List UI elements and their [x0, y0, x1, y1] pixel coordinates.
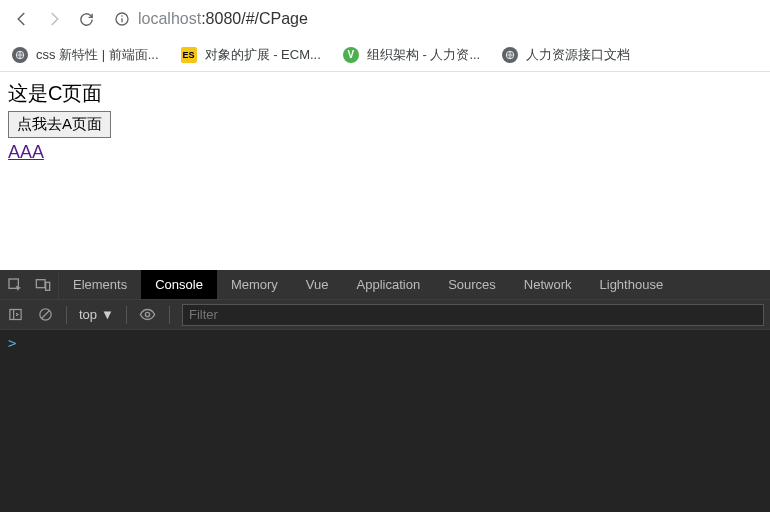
svg-point-12: [146, 312, 150, 316]
bookmark-item[interactable]: css 新特性 | 前端面...: [8, 42, 163, 68]
filter-input[interactable]: [182, 304, 764, 326]
devtools-panel: Elements Console Memory Vue Application …: [0, 270, 770, 512]
svg-rect-7: [46, 282, 50, 290]
tab-network[interactable]: Network: [510, 270, 586, 299]
tab-vue[interactable]: Vue: [292, 270, 343, 299]
es-icon: ES: [181, 47, 197, 63]
bookmark-item[interactable]: V 组织架构 - 人力资...: [339, 42, 484, 68]
bookmark-item[interactable]: 人力资源接口文档: [498, 42, 634, 68]
context-label: top: [79, 307, 97, 322]
svg-point-2: [121, 15, 123, 17]
eye-icon[interactable]: [139, 306, 157, 324]
separator: [169, 306, 170, 324]
address-bar[interactable]: localhost:8080/#/CPage: [114, 5, 762, 33]
url-text: localhost:8080/#/CPage: [138, 10, 308, 28]
v-icon: V: [343, 47, 359, 63]
bookmarks-bar: css 新特性 | 前端面... ES 对象的扩展 - ECM... V 组织架…: [0, 38, 770, 72]
svg-rect-6: [36, 279, 45, 287]
bookmark-label: 人力资源接口文档: [526, 46, 630, 64]
bookmark-label: 对象的扩展 - ECM...: [205, 46, 321, 64]
separator: [126, 306, 127, 324]
console-prompt: >: [8, 335, 16, 351]
globe-icon: [502, 47, 518, 63]
tab-application[interactable]: Application: [343, 270, 435, 299]
globe-icon: [12, 47, 28, 63]
back-button[interactable]: [8, 5, 36, 33]
bookmark-label: css 新特性 | 前端面...: [36, 46, 159, 64]
tab-elements[interactable]: Elements: [59, 270, 141, 299]
inspect-icon[interactable]: [6, 276, 24, 294]
chevron-down-icon: ▼: [101, 307, 114, 322]
tab-memory[interactable]: Memory: [217, 270, 292, 299]
page-content: 这是C页面 点我去A页面 AAA: [0, 72, 770, 171]
page-heading: 这是C页面: [8, 80, 762, 107]
tab-console[interactable]: Console: [141, 270, 217, 299]
svg-line-11: [41, 311, 49, 319]
forward-button[interactable]: [40, 5, 68, 33]
devtools-tab-bar: Elements Console Memory Vue Application …: [0, 270, 770, 300]
aaa-link[interactable]: AAA: [8, 142, 762, 163]
go-apage-button[interactable]: 点我去A页面: [8, 111, 111, 138]
devtools-toolbar-left: [0, 270, 59, 299]
svg-rect-8: [9, 310, 20, 320]
device-toggle-icon[interactable]: [34, 276, 52, 294]
content-spacer: [0, 171, 770, 270]
reload-button[interactable]: [72, 5, 100, 33]
tab-lighthouse[interactable]: Lighthouse: [586, 270, 678, 299]
site-info-icon[interactable]: [114, 11, 130, 27]
bookmark-label: 组织架构 - 人力资...: [367, 46, 480, 64]
separator: [66, 306, 67, 324]
console-output[interactable]: >: [0, 330, 770, 512]
tab-sources[interactable]: Sources: [434, 270, 510, 299]
clear-console-icon[interactable]: [36, 306, 54, 324]
context-selector[interactable]: top ▼: [79, 307, 114, 322]
sidebar-toggle-icon[interactable]: [6, 306, 24, 324]
bookmark-item[interactable]: ES 对象的扩展 - ECM...: [177, 42, 325, 68]
browser-nav-bar: localhost:8080/#/CPage: [0, 0, 770, 38]
console-toolbar: top ▼: [0, 300, 770, 330]
